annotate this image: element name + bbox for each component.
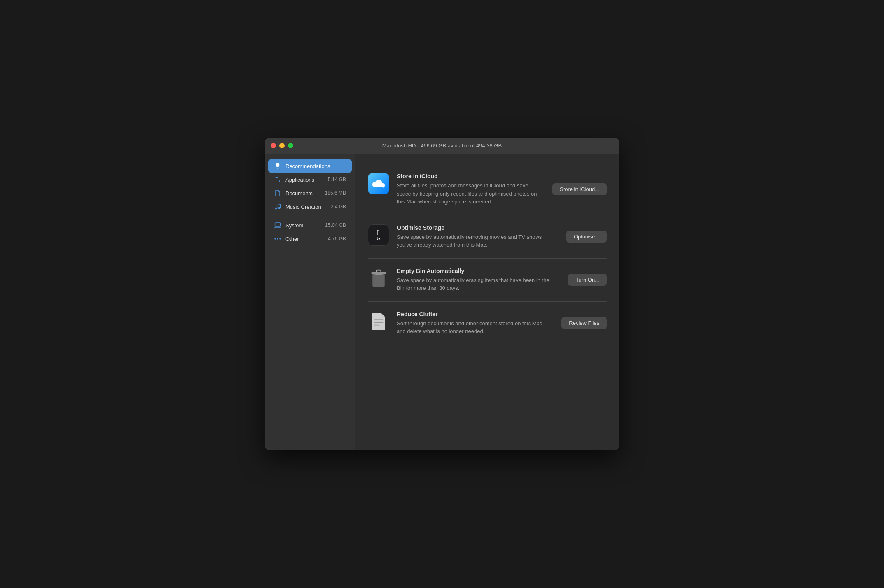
sidebar-documents-label: Documents bbox=[285, 190, 321, 196]
sidebar-item-recommendations[interactable]: Recommendations bbox=[268, 159, 352, 173]
rec-item-icloud: Store in iCloud Store all files, photos … bbox=[368, 164, 607, 215]
sidebar-applications-size: 5.14 GB bbox=[328, 177, 346, 182]
sidebar-item-music-creation[interactable]: Music Creation 2.4 GB bbox=[268, 200, 352, 213]
store-in-icloud-button[interactable]: Store in iCloud... bbox=[552, 183, 607, 195]
rec-icloud-desc: Store all files, photos and messages in … bbox=[397, 182, 541, 206]
svg-point-3 bbox=[274, 238, 276, 240]
rec-icloud-text: Store in iCloud Store all files, photos … bbox=[397, 173, 541, 206]
svg-point-0 bbox=[275, 208, 277, 210]
traffic-lights bbox=[271, 143, 293, 148]
sidebar-documents-size: 185.6 MB bbox=[325, 190, 346, 196]
rec-empty-bin-text: Empty Bin Automatically Save space by au… bbox=[397, 268, 557, 292]
laptop-icon bbox=[274, 222, 281, 229]
rec-optimise-desc: Save space by automatically removing mov… bbox=[397, 233, 555, 249]
rec-reduce-clutter-title: Reduce Clutter bbox=[397, 311, 550, 317]
storage-management-window: Macintosh HD - 466.69 GB available of 49… bbox=[265, 138, 619, 450]
appletv-icon:  tv bbox=[368, 224, 389, 246]
rec-optimise-title: Optimise Storage bbox=[397, 224, 555, 231]
sidebar-item-system[interactable]: System 15.04 GB bbox=[268, 219, 352, 232]
svg-point-1 bbox=[278, 207, 281, 209]
rec-icloud-title: Store in iCloud bbox=[397, 173, 541, 180]
rec-item-empty-bin: Empty Bin Automatically Save space by au… bbox=[368, 259, 607, 302]
rec-reduce-clutter-text: Reduce Clutter Sort through documents an… bbox=[397, 311, 550, 336]
minimize-button[interactable] bbox=[279, 143, 285, 148]
icloud-icon bbox=[368, 173, 389, 194]
sidebar-music-size: 2.4 GB bbox=[331, 204, 346, 210]
doc-icon bbox=[274, 189, 281, 197]
trash-icon bbox=[368, 268, 389, 289]
lightbulb-icon bbox=[274, 162, 281, 170]
document-icon bbox=[368, 311, 389, 332]
svg-rect-2 bbox=[275, 223, 281, 226]
rec-empty-bin-title: Empty Bin Automatically bbox=[397, 268, 557, 274]
sidebar-item-documents[interactable]: Documents 185.6 MB bbox=[268, 187, 352, 200]
rec-item-optimise:  tv Optimise Storage Save space by auto… bbox=[368, 215, 607, 259]
sidebar-item-other[interactable]: Other 4.76 GB bbox=[268, 232, 352, 245]
sidebar-recommendations-label: Recommendations bbox=[285, 163, 346, 169]
svg-point-5 bbox=[279, 238, 281, 240]
app-icon bbox=[274, 176, 281, 183]
title-bar: Macintosh HD - 466.69 GB available of 49… bbox=[265, 138, 619, 154]
sidebar-applications-label: Applications bbox=[285, 177, 324, 183]
close-button[interactable] bbox=[271, 143, 276, 148]
rec-reduce-clutter-desc: Sort through documents and other content… bbox=[397, 320, 550, 336]
optimise-button[interactable]: Optimise... bbox=[566, 231, 607, 243]
sidebar-system-size: 15.04 GB bbox=[325, 222, 346, 228]
sidebar-other-label: Other bbox=[285, 236, 324, 242]
turn-on-button[interactable]: Turn On... bbox=[568, 274, 607, 286]
svg-rect-7 bbox=[371, 272, 386, 274]
svg-point-4 bbox=[277, 238, 278, 240]
sidebar-music-label: Music Creation bbox=[285, 204, 327, 210]
sidebar-other-size: 4.76 GB bbox=[328, 236, 346, 242]
rec-optimise-text: Optimise Storage Save space by automatic… bbox=[397, 224, 555, 249]
sidebar-item-applications[interactable]: Applications 5.14 GB bbox=[268, 173, 352, 186]
main-layout: Recommendations Applications 5.14 GB bbox=[265, 154, 619, 450]
content-area: Store in iCloud Store all files, photos … bbox=[355, 154, 619, 450]
music-icon bbox=[274, 203, 281, 210]
sidebar-system-label: System bbox=[285, 222, 321, 229]
rec-empty-bin-desc: Save space by automatically erasing item… bbox=[397, 276, 557, 292]
sidebar-divider bbox=[271, 216, 349, 216]
window-title: Macintosh HD - 466.69 GB available of 49… bbox=[382, 142, 502, 149]
rec-item-reduce-clutter: Reduce Clutter Sort through documents an… bbox=[368, 302, 607, 345]
review-files-button[interactable]: Review Files bbox=[561, 317, 607, 329]
maximize-button[interactable] bbox=[288, 143, 293, 148]
sidebar: Recommendations Applications 5.14 GB bbox=[265, 154, 355, 450]
dots-icon bbox=[274, 235, 281, 243]
